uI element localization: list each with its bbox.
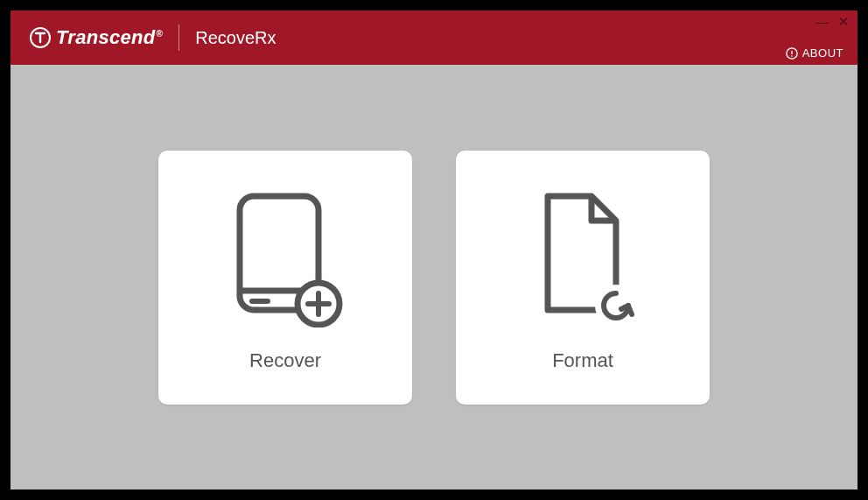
transcend-logo-icon <box>30 27 51 48</box>
registered-mark: ® <box>157 29 164 39</box>
format-label: Format <box>552 349 613 372</box>
header-divider <box>178 25 179 51</box>
info-icon <box>786 47 798 60</box>
about-label: ABOUT <box>802 46 844 60</box>
brand-name: Transcend® <box>56 26 163 49</box>
about-button[interactable]: ABOUT <box>786 46 844 60</box>
window-controls: — ✕ <box>816 16 849 28</box>
brand-logo: Transcend® <box>30 26 163 49</box>
app-title: RecoveRx <box>195 28 276 48</box>
recover-icon <box>220 183 351 332</box>
header-bar: Transcend® RecoveRx — ✕ ABOUT <box>10 11 858 65</box>
recover-tile[interactable]: Recover <box>158 151 412 405</box>
format-icon <box>517 183 648 332</box>
format-tile[interactable]: Format <box>456 151 710 405</box>
minimize-button[interactable]: — <box>816 16 826 28</box>
content-area: Recover Format <box>10 65 858 489</box>
recover-label: Recover <box>249 349 321 372</box>
svg-point-3 <box>791 55 793 57</box>
close-button[interactable]: ✕ <box>838 16 849 28</box>
app-window: Transcend® RecoveRx — ✕ ABOUT <box>10 11 858 489</box>
